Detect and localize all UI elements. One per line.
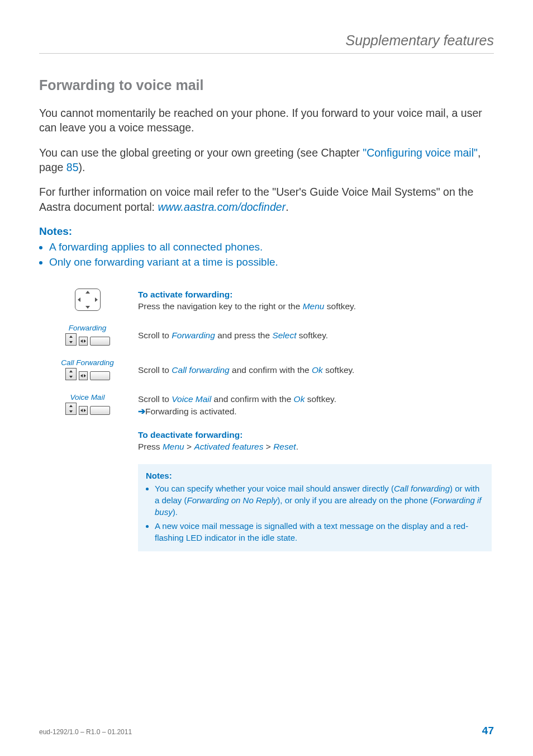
step2-select: Select — [272, 330, 296, 340]
step1-text-a: Press the navigation key to the right or… — [138, 301, 303, 311]
paragraph-2: You can use the global greeting or your … — [39, 145, 494, 175]
p2-pageref[interactable]: 85 — [66, 161, 79, 173]
bottom-notes-box: Notes: You can specify whether your voic… — [138, 464, 492, 551]
doc-id: eud-1292/1.0 – R1.0 – 01.2011 — [39, 728, 132, 736]
step2-text-a: Scroll to — [138, 330, 172, 340]
step3-text-b: and confirm with the — [230, 365, 312, 375]
step4-text-a: Scroll to — [138, 394, 172, 404]
step5-m3: Reset — [273, 442, 296, 451]
bottom-notes-label: Notes: — [146, 471, 172, 480]
step4-text-c: softkey. — [304, 394, 336, 404]
chapter-heading: Supplementary features — [39, 32, 494, 49]
step1-text-b: softkey. — [324, 301, 356, 311]
step3-text-c: softkey. — [323, 365, 355, 375]
step4-arrow-icon: ➔ — [138, 407, 145, 416]
p2-text-c: ). — [79, 161, 85, 173]
step1-title: To activate forwarding: — [138, 289, 492, 301]
paragraph-1: You cannot momentarily be reached on you… — [39, 106, 494, 135]
top-note-2: Only one forwarding variant at a time is… — [49, 255, 494, 270]
page-number: 47 — [482, 725, 494, 737]
step4-kw: Voice Mail — [172, 394, 211, 404]
scroll-softkey-icon — [65, 333, 110, 346]
p2-link[interactable]: "Configuring voice mail" — [363, 147, 478, 159]
step4-icon-label: Voice Mail — [41, 393, 134, 401]
step3-icon-label: Call Forwarding — [41, 358, 134, 367]
navigation-key-icon — [75, 289, 101, 311]
step4-result: Forwarding is activated. — [145, 407, 237, 416]
bottom-note-2: A new voice mail message is signalled wi… — [155, 520, 484, 544]
step5-gt1: > — [184, 442, 194, 451]
step2-icon-label: Forwarding — [41, 324, 134, 332]
section-title: Forwarding to voice mail — [39, 77, 494, 93]
step2-text-b: and press the — [215, 330, 273, 340]
step1-menu: Menu — [303, 301, 325, 311]
paragraph-3: For further information on voice mail re… — [39, 185, 494, 214]
step3-ok: Ok — [312, 365, 323, 375]
step2-text-c: softkey. — [296, 330, 328, 340]
scroll-softkey-icon — [65, 403, 110, 415]
scroll-softkey-icon — [65, 368, 110, 380]
bottom-note-1: You can specify whether your voice mail … — [155, 483, 484, 518]
step2-kw: Forwarding — [172, 330, 215, 340]
step5-text-a: Press — [138, 442, 163, 451]
top-note-1: A forwarding applies to all connected ph… — [49, 240, 494, 254]
p3-text-b: . — [285, 201, 288, 213]
steps-table: To activate forwarding: Press the naviga… — [39, 285, 494, 559]
step4-ok: Ok — [294, 394, 305, 404]
step3-kw: Call forwarding — [172, 365, 229, 375]
step3-text-a: Scroll to — [138, 365, 172, 375]
step5-m1: Menu — [163, 442, 184, 451]
step4-text-b: and confirm with the — [211, 394, 293, 404]
step5-m2: Activated features — [194, 442, 263, 451]
step5-gt2: > — [263, 442, 273, 451]
p2-text-a: You can use the global greeting or your … — [39, 147, 363, 159]
notes-label: Notes: — [39, 225, 72, 237]
top-notes: Notes: A forwarding applies to all conne… — [39, 224, 494, 270]
step5-title: To deactivate forwarding: — [138, 429, 492, 441]
page-footer: eud-1292/1.0 – R1.0 – 01.2011 47 — [39, 725, 494, 737]
p3-link[interactable]: www.aastra.com/docfinder — [158, 201, 285, 213]
step5-text-b: . — [296, 442, 298, 451]
